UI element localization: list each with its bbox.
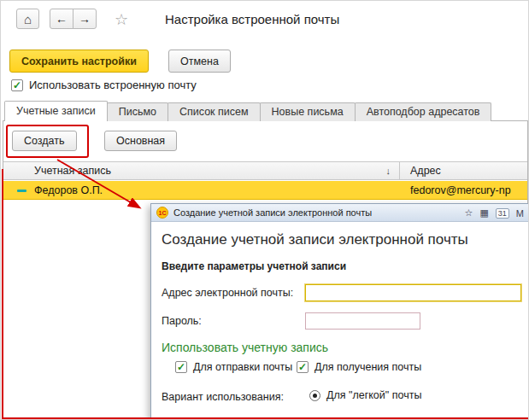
tab-letter-list[interactable]: Список писем bbox=[168, 102, 261, 121]
create-account-dialog: 1С Создание учетной записи электронной п… bbox=[150, 203, 529, 420]
main-account-button[interactable]: Основная bbox=[104, 131, 177, 151]
account-dash-icon bbox=[17, 190, 26, 192]
email-field-label: Адрес электронной почты: bbox=[162, 287, 293, 299]
sort-down-icon: ↓ bbox=[386, 166, 391, 176]
dialog-heading: Создание учетной записи электронной почт… bbox=[162, 231, 468, 248]
home-button[interactable]: ⌂ bbox=[16, 9, 39, 29]
dialog-titlebar-icons: ☆ ▦ 31 М bbox=[465, 204, 524, 222]
column-header-account-label: Учетная запись bbox=[34, 165, 111, 177]
column-header-address-label: Адрес bbox=[410, 165, 441, 177]
tab-letter[interactable]: Письмо bbox=[107, 102, 168, 121]
password-field[interactable] bbox=[305, 312, 420, 330]
send-mail-checkbox[interactable]: ✓ bbox=[175, 361, 187, 373]
receive-mail-label: Для получения почты bbox=[314, 361, 421, 373]
table-header: Учетная запись ↓ Адрес bbox=[3, 161, 527, 180]
tab-autocomplete[interactable]: Автоподбор адресатов bbox=[355, 102, 492, 121]
receive-mail-row: ✓ Для получения почты bbox=[297, 361, 421, 373]
forward-button[interactable]: → bbox=[73, 9, 97, 29]
light-mail-radio-label: Для "легкой" почты bbox=[326, 389, 421, 401]
usage-variant-label: Вариант использования: bbox=[162, 391, 284, 403]
password-field-label: Пароль: bbox=[162, 315, 202, 327]
dialog-menu-icon[interactable]: М bbox=[516, 208, 524, 219]
nav-button-group: ← → bbox=[50, 9, 97, 29]
use-builtin-mail-checkbox[interactable]: ✓ bbox=[11, 79, 23, 91]
tab-accounts[interactable]: Учетные записи bbox=[4, 101, 108, 121]
send-mail-row: ✓ Для отправки почты bbox=[175, 361, 292, 373]
dialog-grid-icon[interactable]: ▦ bbox=[479, 207, 488, 219]
table-row[interactable]: Федоров О.П. fedorov@mercury-np bbox=[3, 181, 527, 200]
account-name: Федоров О.П. bbox=[34, 184, 103, 196]
1c-app-icon: 1С bbox=[156, 207, 168, 219]
light-mail-option-row: Для "легкой" почты bbox=[309, 389, 421, 401]
app-window: ⌂ ← → ☆ Настройка встроенной почты Сохра… bbox=[0, 0, 529, 420]
forward-icon: → bbox=[79, 12, 91, 26]
dialog-calendar-icon[interactable]: 31 bbox=[496, 208, 509, 219]
dialog-favorite-star-icon[interactable]: ☆ bbox=[465, 207, 473, 219]
dialog-titlebar[interactable]: 1С Создание учетной записи электронной п… bbox=[151, 204, 529, 222]
use-account-section-title: Использовать учетную запись bbox=[162, 341, 328, 354]
back-icon: ← bbox=[56, 12, 68, 26]
use-builtin-mail-label: Использовать встроенную почту bbox=[29, 79, 197, 91]
address-cell: fedorov@mercury-np bbox=[400, 181, 527, 199]
send-mail-label: Для отправки почты bbox=[193, 361, 292, 373]
column-header-address[interactable]: Адрес bbox=[400, 162, 527, 179]
page-title: Настройка встроенной почты bbox=[165, 12, 339, 26]
email-field[interactable] bbox=[305, 284, 521, 301]
create-button[interactable]: Создать bbox=[12, 131, 77, 151]
account-address: fedorov@mercury-np bbox=[410, 184, 511, 196]
use-builtin-mail-row: ✓ Использовать встроенную почту bbox=[11, 79, 197, 91]
column-header-account[interactable]: Учетная запись ↓ bbox=[3, 162, 400, 179]
top-toolbar: ⌂ ← → ☆ Настройка встроенной почты bbox=[1, 1, 528, 38]
dialog-title: Создание учетной записи электронной почт… bbox=[173, 207, 372, 218]
settings-tabs: Учетные записи Письмо Список писем Новые… bbox=[4, 101, 491, 121]
account-cell: Федоров О.П. bbox=[3, 181, 400, 199]
receive-mail-checkbox[interactable]: ✓ bbox=[297, 361, 309, 373]
dialog-subtitle: Введите параметры учетной записи bbox=[162, 260, 346, 272]
save-settings-button[interactable]: Сохранить настройки bbox=[9, 50, 149, 73]
favorite-star-icon[interactable]: ☆ bbox=[115, 10, 128, 29]
home-icon: ⌂ bbox=[24, 12, 32, 26]
light-mail-radio[interactable] bbox=[309, 390, 320, 401]
cancel-button[interactable]: Отмена bbox=[168, 50, 231, 73]
tab-new-letters[interactable]: Новые письма bbox=[260, 102, 356, 121]
back-button[interactable]: ← bbox=[50, 9, 73, 29]
